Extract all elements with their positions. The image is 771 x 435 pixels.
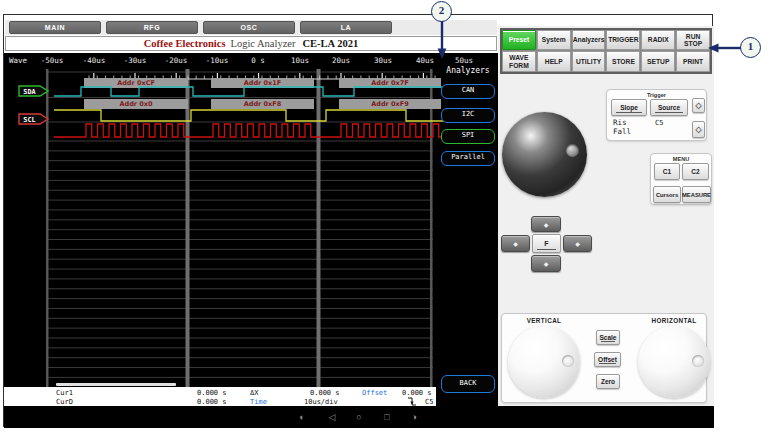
- multifunction-knob[interactable]: [502, 112, 587, 197]
- horizontal-scroll-indicator[interactable]: [56, 383, 176, 386]
- menu-button-grid: Preset System Analyzers TRIGGER RADIX RU…: [500, 28, 712, 74]
- arrow-left-icon: ◆: [513, 240, 518, 247]
- vertical-knob[interactable]: [508, 326, 580, 398]
- timebase-label: Time: [250, 398, 267, 406]
- menu-panel: MENU C1 C2 Cursors MEASURE: [650, 153, 712, 205]
- radix-button[interactable]: RADIX: [641, 30, 675, 50]
- trigger-panel-title: Trigger: [607, 92, 706, 98]
- time-tick: -50us: [41, 56, 64, 65]
- home-icon[interactable]: ○: [352, 406, 366, 428]
- svg-text:Addr 0xF9: Addr 0xF9: [371, 100, 409, 108]
- app-name: Logic Analyzer: [231, 38, 296, 49]
- analyzer-button-can[interactable]: CAN: [441, 84, 495, 99]
- c1-button[interactable]: C1: [654, 163, 680, 180]
- back-icon[interactable]: ◁: [325, 406, 339, 428]
- cursord-value: 0.000 s: [197, 398, 227, 406]
- time-tick: 10us: [291, 56, 309, 65]
- front-control-panel: Preset System Analyzers TRIGGER RADIX RU…: [498, 26, 714, 406]
- android-nav-bar: ◐ ◁ ○ □ ◑: [4, 406, 714, 428]
- status-bar: Cur1 0.000 s CurD 0.000 s ΔX 0.000 s Tim…: [4, 387, 436, 406]
- analyzers-column-label: Analyzers: [440, 66, 496, 75]
- trigger-button[interactable]: TRIGGER: [606, 30, 640, 50]
- tab-osc[interactable]: OSC: [203, 21, 295, 34]
- utility-button[interactable]: UTILITY: [572, 51, 606, 72]
- back-button[interactable]: BACK: [441, 375, 495, 393]
- tab-la[interactable]: LA: [300, 21, 392, 34]
- analyzer-button-i2c[interactable]: I2C: [441, 108, 495, 123]
- time-tick: -30us: [124, 56, 147, 65]
- arrow-left-button[interactable]: ◆: [501, 235, 530, 252]
- time-tick: -20us: [165, 56, 188, 65]
- source-button[interactable]: Source: [650, 99, 688, 116]
- c2-button[interactable]: C2: [682, 163, 709, 180]
- cursor1-label: Cur1: [56, 389, 73, 397]
- arrow-right-button[interactable]: ◆: [563, 235, 592, 252]
- measure-button[interactable]: MEASURE: [682, 186, 711, 203]
- offset-button[interactable]: Offset: [594, 352, 621, 367]
- zero-button[interactable]: Zero: [596, 374, 620, 389]
- cursors-button[interactable]: Cursors: [653, 186, 681, 203]
- horizontal-knob[interactable]: [638, 326, 710, 398]
- trigger-source-value: C5: [425, 398, 433, 406]
- time-tick: 50us: [455, 56, 473, 65]
- nav-extra-right-icon[interactable]: ◑: [407, 406, 421, 428]
- arrow-up-icon: ◆: [544, 221, 549, 228]
- trigger-panel: Trigger Slope Source ◇ ◇ Ris Fall C5: [606, 89, 707, 141]
- diamond-down-icon: ◇: [695, 125, 701, 134]
- analyzer-button-spi[interactable]: SPI: [441, 129, 495, 144]
- cursord-label: CurD: [56, 398, 73, 406]
- waveform-plot: Addr 0xCFAddr 0x1FAddr 0x7FAddr 0x0Addr …: [4, 53, 498, 406]
- help-button[interactable]: HELP: [537, 51, 571, 72]
- knob-dimple: [692, 355, 704, 367]
- scale-button[interactable]: Scale: [596, 330, 620, 345]
- analyzers-button[interactable]: Analyzers: [572, 30, 606, 50]
- knob-dimple: [566, 144, 579, 157]
- time-tick: -40us: [83, 56, 106, 65]
- svg-text:SCL: SCL: [23, 116, 35, 124]
- analyzer-button-parallel[interactable]: Parallel: [441, 151, 495, 166]
- screenshot-stage: MAIN RFG OSC LA Coffee Electronics Logic…: [0, 0, 771, 435]
- time-tick: -10us: [206, 56, 229, 65]
- trigger-down-button[interactable]: ◇: [692, 121, 705, 138]
- callout-1-badge: 1: [740, 37, 761, 58]
- cursor1-value: 0.000 s: [197, 389, 227, 397]
- system-button[interactable]: System: [537, 30, 571, 50]
- callout-1-arrow: [707, 42, 743, 54]
- svg-text:Addr 0xF8: Addr 0xF8: [244, 100, 282, 108]
- svg-text:Addr 0x7F: Addr 0x7F: [371, 79, 408, 87]
- tab-rfg[interactable]: RFG: [106, 21, 198, 34]
- time-tick: 40us: [416, 56, 434, 65]
- slope-button[interactable]: Slope: [611, 99, 647, 116]
- time-tick: 0 s: [251, 56, 265, 65]
- horizontal-section-label: HORIZONTAL: [644, 317, 704, 324]
- tab-main[interactable]: MAIN: [9, 21, 101, 34]
- top-tab-strip: MAIN RFG OSC LA: [5, 20, 497, 35]
- callout-2-arrow: [436, 21, 448, 61]
- svg-text:Addr 0xCF: Addr 0xCF: [117, 79, 155, 87]
- model-number: CE-LA 2021: [303, 38, 359, 49]
- menu-panel-title: MENU: [651, 156, 711, 162]
- time-tick: 30us: [374, 56, 392, 65]
- arrow-down-button[interactable]: ◆: [531, 255, 561, 272]
- run-stop-button[interactable]: RUN STOP: [676, 30, 710, 50]
- setup-button[interactable]: SETUP: [641, 51, 675, 72]
- offset-label: Offset: [362, 389, 387, 397]
- brand-name: Coffee Electronics: [144, 38, 226, 49]
- trigger-up-button[interactable]: ◇: [692, 98, 705, 113]
- delta-x-value: 0.000 s: [310, 389, 340, 397]
- print-button[interactable]: PRINT: [676, 51, 710, 72]
- function-f-button[interactable]: F: [532, 234, 561, 253]
- arrow-up-button[interactable]: ◆: [531, 216, 561, 232]
- offset-value: 0.000 s: [402, 389, 432, 397]
- falling-edge-trigger-icon: [407, 397, 417, 406]
- waveform-button[interactable]: WAVE FORM: [502, 51, 536, 72]
- title-bar: Coffee Electronics Logic Analyzer CE-LA …: [5, 36, 497, 51]
- slope-value-rise: Ris: [613, 118, 627, 127]
- arrow-right-icon: ◆: [575, 240, 580, 247]
- waveform-screen: Addr 0xCFAddr 0x1FAddr 0x7FAddr 0x0Addr …: [4, 53, 498, 406]
- nav-extra-left-icon[interactable]: ◐: [295, 406, 309, 428]
- preset-button[interactable]: Preset: [502, 30, 536, 50]
- recents-icon[interactable]: □: [380, 406, 394, 428]
- wave-mode-label: Wave: [9, 56, 27, 65]
- store-button[interactable]: STORE: [606, 51, 640, 72]
